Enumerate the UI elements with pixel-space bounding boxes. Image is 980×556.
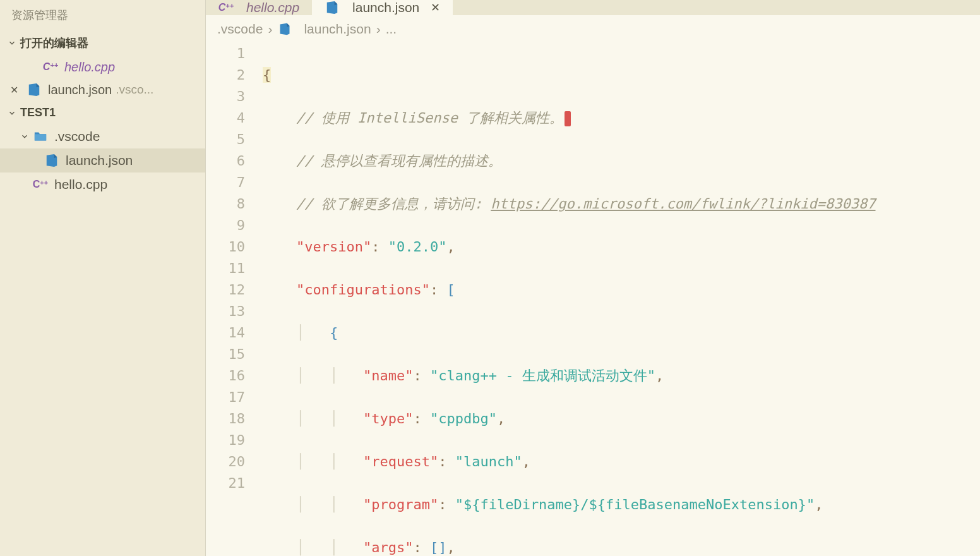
chevron-right-icon: › (376, 21, 381, 37)
open-editor-dir: .vsco... (116, 83, 153, 97)
open-editors-header[interactable]: 打开的编辑器 (0, 30, 205, 56)
line-number: 7 (206, 172, 245, 193)
folder-label: TEST1 (20, 106, 56, 119)
chevron-down-icon (6, 107, 18, 119)
line-number: 17 (206, 387, 245, 408)
open-editors-label: 打开的编辑器 (20, 35, 88, 51)
line-number: 18 (206, 408, 245, 430)
code-content[interactable]: { // 使用 IntelliSense 了解相关属性。 // 悬停以查看现有属… (263, 43, 980, 556)
close-icon[interactable]: ✕ (10, 84, 23, 96)
line-number: 2 (206, 64, 245, 86)
line-number: 13 (206, 301, 245, 322)
chevron-down-icon (19, 131, 30, 142)
cpp-icon: C++ (33, 177, 48, 192)
folder-icon (33, 129, 48, 144)
line-number: 16 (206, 365, 245, 387)
close-icon[interactable]: ✕ (431, 1, 440, 15)
cpp-icon: C++ (218, 0, 234, 15)
line-number: 19 (206, 430, 245, 451)
sidebar: 资源管理器 打开的编辑器 C++ hello.cpp ✕ launch.json… (0, 0, 206, 556)
line-number: 10 (206, 236, 245, 258)
open-editor-item[interactable]: C++ hello.cpp (0, 56, 205, 78)
breadcrumb-seg[interactable]: ... (386, 21, 397, 37)
tree-file[interactable]: launch.json (0, 148, 205, 172)
tab-bar: C++ hello.cpp launch.json ✕ (206, 0, 980, 15)
tab-hello-cpp[interactable]: C++ hello.cpp (206, 0, 312, 15)
line-number: 21 (206, 473, 245, 494)
open-editor-name: hello.cpp (64, 60, 115, 75)
line-number: 4 (206, 107, 245, 129)
line-number: 9 (206, 215, 245, 236)
line-number: 14 (206, 322, 245, 344)
line-number: 20 (206, 451, 245, 473)
chevron-down-icon (6, 37, 18, 49)
tree-file-name: hello.cpp (54, 177, 107, 192)
breadcrumb[interactable]: .vscode › launch.json › ... (206, 15, 980, 43)
breadcrumb-seg[interactable]: .vscode (217, 21, 263, 37)
tree-folder-name: .vscode (54, 129, 100, 144)
vscode-json-icon (325, 0, 340, 15)
cpp-icon: C++ (43, 59, 58, 75)
folder-header[interactable]: TEST1 (0, 101, 205, 124)
line-number: 15 (206, 344, 245, 365)
line-gutter: 123456789101112131415161718192021 (206, 43, 263, 556)
vscode-json-icon (44, 153, 59, 168)
line-number: 3 (206, 86, 245, 107)
breadcrumb-seg[interactable]: launch.json (304, 21, 371, 37)
explorer-title: 资源管理器 (0, 0, 205, 30)
line-number: 1 (206, 43, 245, 64)
line-number: 6 (206, 150, 245, 172)
code-editor[interactable]: 123456789101112131415161718192021 { // 使… (206, 43, 980, 556)
open-editor-name: launch.json (48, 83, 112, 97)
tree-file-name: launch.json (66, 153, 133, 168)
line-number: 11 (206, 258, 245, 279)
vscode-json-icon (277, 21, 292, 37)
open-editor-item[interactable]: ✕ launch.json .vsco... (0, 78, 205, 101)
tab-label: launch.json (352, 0, 419, 15)
tree-folder[interactable]: .vscode (0, 124, 205, 148)
line-number: 5 (206, 129, 245, 150)
cursor (565, 111, 571, 126)
tab-label: hello.cpp (246, 0, 299, 15)
line-number: 8 (206, 193, 245, 215)
tab-launch-json[interactable]: launch.json ✕ (312, 0, 453, 15)
chevron-right-icon: › (268, 21, 272, 37)
vscode-json-icon (27, 82, 42, 97)
line-number: 12 (206, 279, 245, 301)
main-area: C++ hello.cpp launch.json ✕ .vscode › la… (206, 0, 980, 556)
tree-file[interactable]: C++ hello.cpp (0, 172, 205, 196)
